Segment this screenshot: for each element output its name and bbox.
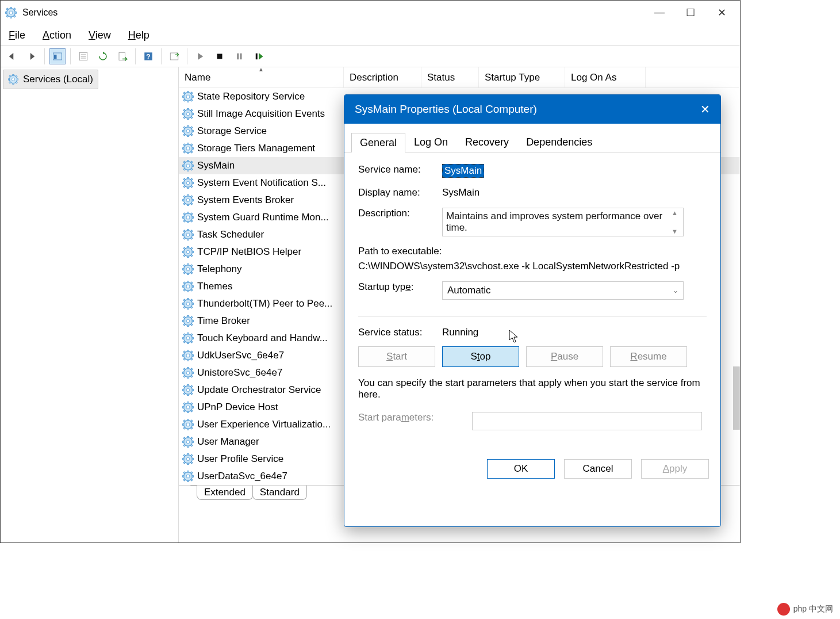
minimize-button[interactable]: — <box>653 6 666 19</box>
service-name-cell: Thunderbolt(TM) Peer to Pee... <box>197 298 346 310</box>
label-service-status: Service status: <box>358 327 442 338</box>
tree-node-services-local[interactable]: Services (Local) <box>3 70 98 89</box>
svg-rect-20 <box>217 54 223 59</box>
window-title: Services <box>22 7 653 18</box>
vertical-scrollbar[interactable] <box>733 366 740 430</box>
gear-icon <box>182 108 194 120</box>
menu-view[interactable]: View <box>89 29 111 41</box>
tab-log-on[interactable]: Log On <box>405 132 457 152</box>
svg-rect-11 <box>54 55 57 59</box>
service-name-cell: System Events Broker <box>197 194 346 206</box>
gear-icon <box>182 143 194 154</box>
gear-icon <box>182 212 194 223</box>
restart-service-button[interactable] <box>251 48 267 64</box>
service-name-cell: Storage Tiers Management <box>197 143 346 154</box>
service-name-cell: TCP/IP NetBIOS Helper <box>197 246 346 258</box>
service-name-cell: SysMain <box>197 160 346 171</box>
gear-icon <box>182 384 194 396</box>
pause-service-button[interactable] <box>231 48 247 64</box>
ok-button[interactable]: OK <box>487 459 555 479</box>
svg-rect-21 <box>237 54 239 60</box>
gear-icon <box>182 350 194 361</box>
service-name-cell: Still Image Acquisition Events <box>197 108 346 120</box>
stop-button[interactable]: Stop <box>442 346 519 367</box>
gear-icon <box>182 281 194 292</box>
list-header: ▲Name Description Status Startup Type Lo… <box>179 67 740 88</box>
gear-icon <box>182 453 194 465</box>
value-display-name: SysMain <box>442 187 480 198</box>
scroll-up-icon[interactable]: ▲ <box>672 209 682 216</box>
close-button[interactable]: ✕ <box>715 6 728 19</box>
value-path: C:\WINDOWS\system32\svchost.exe -k Local… <box>358 261 707 272</box>
gear-icon <box>182 298 194 310</box>
toolbar-detail-button[interactable] <box>166 48 182 64</box>
menubar: File Action View Help <box>1 25 740 45</box>
column-description[interactable]: Description <box>344 67 421 87</box>
tab-general[interactable]: General <box>351 133 405 152</box>
resume-button: Resume <box>610 346 687 367</box>
service-name-cell: System Guard Runtime Mon... <box>197 212 346 223</box>
label-startup-type: Startup type: <box>358 281 442 293</box>
nav-back-button[interactable] <box>4 48 20 64</box>
column-log-on-as[interactable]: Log On As <box>565 67 646 87</box>
dialog-footer: OK Cancel Apply <box>344 451 720 487</box>
service-name-cell: State Repository Service <box>197 91 346 102</box>
menu-file[interactable]: File <box>9 29 25 41</box>
label-path: Path to executable: <box>358 246 707 257</box>
tab-recovery[interactable]: Recovery <box>457 132 517 152</box>
start-service-button[interactable] <box>192 48 208 64</box>
gear-icon <box>182 246 194 258</box>
export-button[interactable] <box>114 48 131 64</box>
gear-icon <box>182 177 194 189</box>
startup-type-dropdown[interactable]: Automatic ⌄ <box>442 281 684 300</box>
gear-icon <box>182 367 194 379</box>
toolbar: ? <box>1 45 740 67</box>
console-tree: Services (Local) <box>1 67 179 542</box>
column-name[interactable]: ▲Name <box>179 67 344 87</box>
service-properties-dialog: SysMain Properties (Local Computer) ✕ Ge… <box>344 94 721 527</box>
service-name-cell: System Event Notification S... <box>197 177 346 189</box>
description-textbox[interactable]: Maintains and improves system performanc… <box>442 208 684 236</box>
sort-ascending-icon: ▲ <box>258 66 264 72</box>
tab-dependencies[interactable]: Dependencies <box>517 132 601 152</box>
show-hide-tree-button[interactable] <box>49 48 66 64</box>
cancel-button[interactable]: Cancel <box>564 459 632 479</box>
stop-service-button[interactable] <box>212 48 228 64</box>
tab-standard[interactable]: Standard <box>252 486 307 500</box>
start-params-hint: You can specify the start parameters tha… <box>358 377 707 400</box>
apply-button: Apply <box>641 459 709 479</box>
service-name-cell: Time Broker <box>197 315 346 327</box>
service-name-cell: Telephony <box>197 263 346 275</box>
start-button: Start <box>358 346 435 367</box>
service-name-cell: Themes <box>197 281 346 292</box>
tab-extended[interactable]: Extended <box>197 486 253 500</box>
service-name-cell: User Profile Service <box>197 453 346 465</box>
value-service-name[interactable]: SysMain <box>442 164 484 178</box>
help-button[interactable]: ? <box>140 48 156 64</box>
service-name-cell: Storage Service <box>197 125 346 137</box>
label-display-name: Display name: <box>358 187 442 198</box>
svg-rect-23 <box>256 54 258 60</box>
pause-button: Pause <box>526 346 603 367</box>
gear-icon <box>182 91 194 102</box>
titlebar: Services — ☐ ✕ <box>1 1 740 25</box>
nav-forward-button[interactable] <box>24 48 40 64</box>
menu-action[interactable]: Action <box>43 29 71 41</box>
maximize-button[interactable]: ☐ <box>684 6 697 19</box>
scroll-down-icon[interactable]: ▼ <box>672 228 682 235</box>
gear-icon <box>182 160 194 171</box>
refresh-button[interactable] <box>95 48 111 64</box>
column-status[interactable]: Status <box>421 67 479 87</box>
properties-button[interactable] <box>75 48 91 64</box>
service-name-cell: User Manager <box>197 436 346 448</box>
service-name-cell: UPnP Device Host <box>197 402 346 413</box>
service-name-cell: Touch Keyboard and Handw... <box>197 333 346 344</box>
gear-icon <box>182 402 194 413</box>
column-startup-type[interactable]: Startup Type <box>479 67 565 87</box>
dialog-titlebar: SysMain Properties (Local Computer) ✕ <box>344 95 720 124</box>
gear-icon <box>182 436 194 448</box>
dialog-close-button[interactable]: ✕ <box>700 102 710 116</box>
gear-icon <box>182 263 194 275</box>
svg-rect-22 <box>240 54 242 60</box>
menu-help[interactable]: Help <box>128 29 149 41</box>
